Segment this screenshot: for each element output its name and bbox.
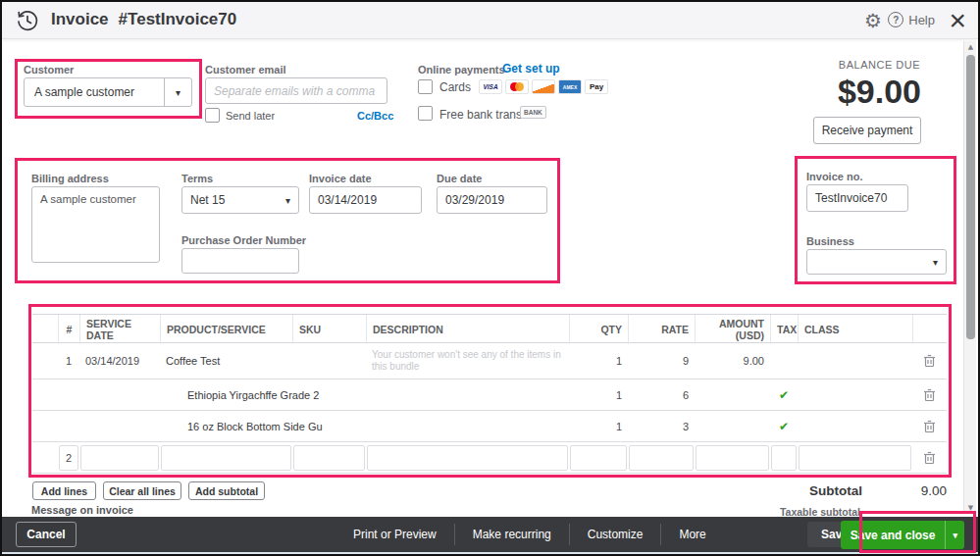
table-row[interactable]: 2 [32, 442, 947, 474]
rate-cell[interactable] [629, 445, 694, 471]
product-cell[interactable] [161, 445, 291, 471]
balance-due-label: BALANCE DUE [839, 59, 920, 71]
help-icon: ? [888, 12, 903, 27]
scroll-up-icon[interactable]: ▲ [964, 41, 977, 53]
make-recurring-button[interactable]: Make recurring [455, 528, 569, 541]
customer-email-input[interactable]: Separate emails with a comma [205, 77, 387, 104]
help-button[interactable]: ? Help [888, 12, 935, 27]
mastercard-icon [505, 79, 529, 94]
scroll-down-icon[interactable]: ▼ [964, 502, 977, 514]
history-icon[interactable] [16, 9, 39, 32]
cards-checkbox[interactable] [418, 79, 433, 94]
customer-select[interactable]: A sample customer ▾ [24, 77, 192, 107]
invoice-no-label: Invoice no. [806, 171, 862, 182]
terms-label: Terms [181, 173, 213, 184]
cards-label: Cards [439, 80, 471, 94]
bank-badge: BANK [520, 106, 546, 119]
invoice-date-label: Invoice date [309, 173, 372, 184]
send-later-checkbox[interactable] [205, 108, 220, 123]
table-header-row: # SERVICE DATE PRODUCT/SERVICE SKU DESCR… [32, 314, 947, 343]
qty-cell[interactable]: 1 [569, 355, 628, 367]
subtotal-label: Subtotal [809, 483, 862, 498]
customer-label: Customer [24, 64, 74, 76]
trash-icon[interactable] [912, 420, 947, 433]
discover-icon [532, 79, 555, 94]
trash-icon[interactable] [912, 388, 947, 402]
vertical-scrollbar[interactable]: ▲ ▼ [963, 41, 976, 514]
chevron-down-icon[interactable]: ▾ [164, 78, 191, 106]
message-on-invoice-label: Message on invoice [31, 504, 133, 516]
online-payments-label: Online payments [418, 64, 505, 76]
business-select[interactable]: ▾ [806, 249, 947, 275]
service-date-cell[interactable]: 03/14/2019 [79, 355, 160, 367]
customize-button[interactable]: Customize [570, 528, 661, 541]
po-number-input[interactable] [181, 248, 299, 274]
class-cell[interactable] [799, 445, 911, 471]
rate-cell[interactable]: 6 [628, 389, 695, 401]
visa-icon: VISA [479, 79, 502, 94]
add-lines-button[interactable]: Add lines [32, 481, 96, 500]
gear-icon[interactable]: ⚙ [864, 9, 882, 32]
qty-cell[interactable]: 1 [569, 421, 628, 432]
card-icons: VISA AMEX Pay [479, 79, 608, 94]
invoice-date-input[interactable]: 03/14/2019 [309, 186, 422, 214]
header-bar: Invoice#TestInvoice70 ⚙ ? Help × [2, 2, 978, 39]
table-row[interactable]: 16 oz Block Bottom Side Gu 1 3 ✔ [32, 411, 947, 442]
terms-select[interactable]: Net 15 ▾ [181, 186, 299, 214]
due-date-label: Due date [437, 173, 482, 184]
tax-check-icon[interactable]: ✔ [770, 388, 798, 402]
invoice-no-input[interactable]: TestInvoice70 [806, 184, 908, 212]
product-cell[interactable]: Ethiopia Yirgachffe Grade 2 [160, 389, 292, 401]
save-and-close-button[interactable]: Save and close ▾ [841, 521, 964, 549]
subtotal-value: 9.00 [921, 483, 947, 498]
more-button[interactable]: More [661, 528, 723, 541]
chevron-down-icon[interactable]: ▾ [946, 531, 964, 540]
close-icon[interactable]: × [949, 3, 966, 38]
bank-transfer-checkbox[interactable] [418, 106, 433, 121]
product-cell[interactable]: 16 oz Block Bottom Side Gu [160, 421, 292, 432]
product-cell[interactable]: Coffee Test [160, 355, 292, 367]
bottom-strip [2, 552, 978, 555]
due-date-input[interactable]: 03/29/2019 [437, 186, 547, 214]
page-title: Invoice#TestInvoice70 [51, 10, 236, 29]
scrollbar-thumb[interactable] [966, 55, 975, 339]
apple-pay-icon: Pay [585, 79, 608, 94]
billing-address-textarea[interactable]: A sample customer [31, 186, 160, 263]
customer-email-label: Customer email [205, 64, 286, 76]
cancel-button[interactable]: Cancel [16, 522, 77, 547]
receive-payment-button[interactable]: Receive payment [813, 117, 921, 144]
get-set-up-link[interactable]: Get set up [502, 62, 560, 76]
table-row[interactable]: 1 03/14/2019 Coffee Test Your customer w… [32, 343, 947, 379]
table-row[interactable]: Ethiopia Yirgachffe Grade 2 1 6 ✔ [32, 379, 947, 411]
footer-menu: Print or Preview Make recurring Customiz… [335, 517, 724, 552]
amex-icon: AMEX [558, 79, 582, 94]
trash-icon[interactable] [912, 354, 947, 368]
send-later-label: Send later [226, 110, 275, 122]
amount-cell[interactable] [696, 445, 769, 471]
amount-cell[interactable]: 9.00 [695, 355, 770, 367]
business-label: Business [806, 235, 854, 247]
qty-cell[interactable] [570, 445, 627, 471]
print-or-preview-button[interactable]: Print or Preview [335, 528, 454, 541]
add-subtotal-button[interactable]: Add subtotal [188, 481, 265, 500]
trash-icon[interactable] [912, 451, 947, 465]
rate-cell[interactable]: 3 [628, 421, 695, 432]
footer-bar: Cancel Print or Preview Make recurring C… [2, 517, 978, 552]
rate-cell[interactable]: 9 [628, 355, 695, 367]
description-cell[interactable] [367, 445, 568, 471]
line-items-table: # SERVICE DATE PRODUCT/SERVICE SKU DESCR… [32, 314, 947, 474]
chevron-down-icon: ▾ [285, 195, 290, 206]
cards-row: Cards VISA AMEX Pay [439, 79, 608, 94]
po-number-label: Purchase Order Number [181, 234, 306, 246]
service-date-cell[interactable] [80, 445, 159, 471]
description-cell[interactable]: Your customer won't see any of the items… [366, 349, 569, 374]
sku-cell[interactable] [293, 445, 365, 471]
balance-due-amount: $9.00 [838, 73, 921, 111]
chevron-down-icon: ▾ [933, 257, 938, 268]
billing-address-label: Billing address [31, 173, 109, 184]
qty-cell[interactable]: 1 [569, 389, 628, 401]
tax-cell[interactable] [771, 445, 797, 471]
tax-check-icon[interactable]: ✔ [770, 420, 798, 433]
ccbcc-link[interactable]: Cc/Bcc [357, 110, 393, 122]
clear-all-lines-button[interactable]: Clear all lines [103, 481, 181, 500]
